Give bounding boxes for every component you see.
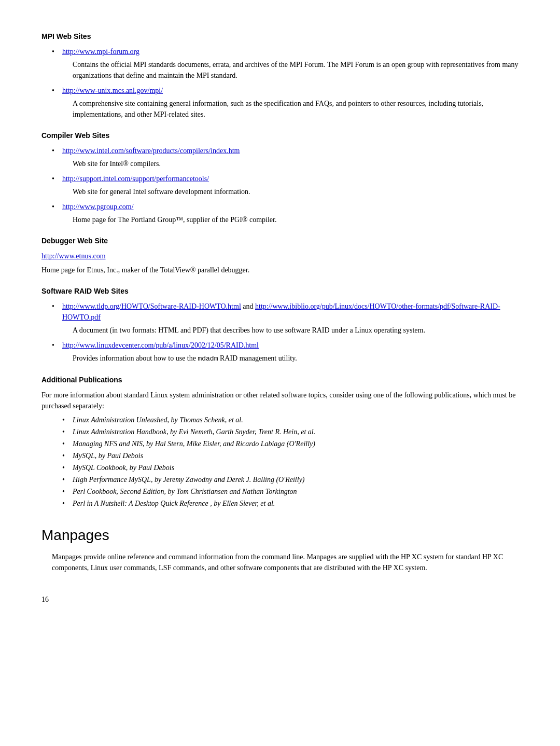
- list-item: MySQL, by Paul Debois: [62, 450, 519, 461]
- compiler-web-sites-heading: Compiler Web Sites: [41, 130, 519, 141]
- manpages-heading: Manpages: [41, 524, 519, 546]
- linuxdevcenter-link[interactable]: http://www.linuxdevcenter.com/pub/a/linu…: [62, 341, 259, 349]
- additional-publications-intro: For more information about standard Linu…: [41, 390, 519, 411]
- list-item: http://support.intel.com/support/perform…: [52, 173, 519, 197]
- list-item: Linux Administration Handbook, by Evi Ne…: [62, 426, 519, 437]
- pub-title: MySQL Cookbook: [73, 464, 126, 472]
- page-number: 16: [41, 594, 519, 605]
- etnus-description: Home page for Etnus, Inc., maker of the …: [41, 265, 519, 275]
- pub-title: Perl Cookbook, Second Edition: [73, 488, 164, 495]
- additional-publications-heading: Additional Publications: [41, 375, 519, 385]
- software-raid-heading: Software RAID Web Sites: [41, 286, 519, 297]
- pub-title: Linux Administration Handbook: [73, 428, 166, 436]
- compiler-web-sites-section: Compiler Web Sites http://www.intel.com/…: [41, 130, 519, 225]
- pub-author: , by Paul Debois: [126, 464, 174, 472]
- list-item: Perl Cookbook, Second Edition, by Tom Ch…: [62, 486, 519, 497]
- mpi-web-sites-list: http://www.mpi-forum.org Contains the of…: [52, 46, 519, 120]
- compiler-web-sites-list: http://www.intel.com/software/products/c…: [52, 145, 519, 225]
- desc-suffix: RAID management utility.: [218, 354, 297, 362]
- pub-title: MySQL: [73, 452, 95, 460]
- pub-author: , by Ellen Siever, et al.: [208, 500, 275, 507]
- raid-doc-description: A document (in two formats: HTML and PDF…: [73, 325, 519, 336]
- intel-compilers-description: Web site for Intel® compilers.: [73, 158, 519, 169]
- mpi-web-sites-section: MPI Web Sites http://www.mpi-forum.org C…: [41, 31, 519, 120]
- intel-perf-description: Web site for general Intel software deve…: [73, 186, 519, 197]
- mpi-forum-description: Contains the official MPI standards docu…: [73, 59, 519, 81]
- pgroup-description: Home page for The Portland Group™, suppl…: [73, 214, 519, 225]
- linuxdevcenter-description: Provides information about how to use th…: [73, 353, 519, 364]
- pub-title: High Performance MySQL: [73, 476, 151, 483]
- pub-author: , by Paul Debois: [95, 452, 143, 460]
- pub-author: , by Evi Nemeth, Garth Snyder, Trent R. …: [166, 428, 315, 436]
- tldp-raid-link[interactable]: http://www.tldp.org/HOWTO/Software-RAID-…: [62, 302, 241, 310]
- intel-perf-link[interactable]: http://support.intel.com/support/perform…: [62, 175, 209, 183]
- mpi-forum-link[interactable]: http://www.mpi-forum.org: [62, 48, 139, 56]
- mpi-anl-description: A comprehensive site containing general …: [73, 98, 519, 120]
- list-item: http://www.linuxdevcenter.com/pub/a/linu…: [52, 340, 519, 364]
- list-item: Perl in A Nutshell: A Desktop Quick Refe…: [62, 498, 519, 509]
- list-item: Managing NFS and NIS, by Hal Stern, Mike…: [62, 438, 519, 449]
- debugger-web-site-section: Debugger Web Site http://www.etnus.com H…: [41, 236, 519, 275]
- pub-author: , by Hal Stern, Mike Eisler, and Ricardo…: [143, 440, 315, 448]
- and-text: and: [241, 302, 255, 310]
- pgroup-link[interactable]: http://www.pgroup.com/: [62, 203, 134, 211]
- mpi-anl-link[interactable]: http://www-unix.mcs.anl.gov/mpi/: [62, 87, 163, 94]
- pub-author: , by Tom Christiansen and Nathan Torking…: [164, 488, 297, 495]
- list-item: http://www-unix.mcs.anl.gov/mpi/ A compr…: [52, 85, 519, 120]
- mpi-web-sites-heading: MPI Web Sites: [41, 31, 519, 42]
- list-item: Linux Administration Unleashed, by Thoma…: [62, 415, 519, 425]
- list-item: High Performance MySQL, by Jeremy Zawodn…: [62, 474, 519, 485]
- software-raid-list: http://www.tldp.org/HOWTO/Software-RAID-…: [52, 301, 519, 364]
- list-item: MySQL Cookbook, by Paul Debois: [62, 462, 519, 473]
- list-item: http://www.intel.com/software/products/c…: [52, 145, 519, 169]
- additional-publications-section: Additional Publications For more informa…: [41, 375, 519, 509]
- intel-compilers-link[interactable]: http://www.intel.com/software/products/c…: [62, 147, 240, 155]
- software-raid-section: Software RAID Web Sites http://www.tldp.…: [41, 286, 519, 364]
- pub-title: Perl in A Nutshell: A Desktop Quick Refe…: [73, 500, 208, 507]
- etnus-link[interactable]: http://www.etnus.com: [41, 252, 106, 260]
- pub-title: Linux Administration Unleashed: [73, 416, 167, 424]
- pub-author: , by Jeremy Zawodny and Derek J. Balling…: [151, 476, 305, 483]
- manpages-description: Manpages provide online reference and co…: [52, 551, 519, 573]
- list-item: http://www.mpi-forum.org Contains the of…: [52, 46, 519, 81]
- pub-title: Managing NFS and NIS: [73, 440, 143, 448]
- list-item: http://www.pgroup.com/ Home page for The…: [52, 201, 519, 225]
- list-item: http://www.tldp.org/HOWTO/Software-RAID-…: [52, 301, 519, 336]
- desc-prefix: Provides information about how to use th…: [73, 354, 198, 362]
- debugger-web-site-heading: Debugger Web Site: [41, 236, 519, 246]
- publications-list: Linux Administration Unleashed, by Thoma…: [62, 415, 519, 509]
- pub-author: , by Thomas Schenk, et al.: [167, 416, 243, 424]
- mdadm-code: mdadm: [198, 355, 218, 363]
